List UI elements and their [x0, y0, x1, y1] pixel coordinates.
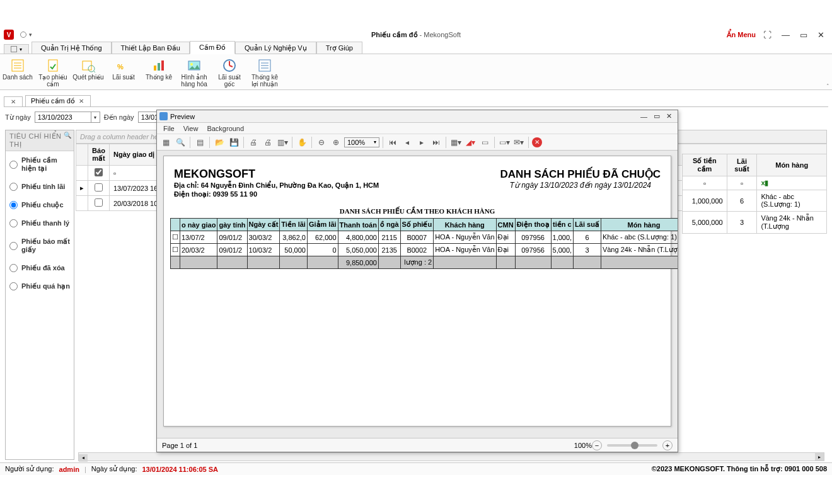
company-phone: Điện thoại: 0939 55 11 90	[174, 190, 379, 198]
page-setup-icon[interactable]: ▥▾	[276, 136, 289, 149]
ribbon-collapse-icon[interactable]: ˄	[826, 83, 829, 89]
zoom-slider[interactable]	[607, 444, 657, 447]
excel-icon[interactable]: x▮	[761, 179, 768, 186]
zoom-select[interactable]: 100%▾	[344, 137, 379, 147]
copyright-text: ©2023 MEKONGSOFT. Thông tin hỗ trợ: 0901…	[652, 465, 827, 473]
save-icon[interactable]: 💾	[228, 136, 240, 149]
tao-phieu-button[interactable]: Tạo phiếu cầm	[35, 56, 71, 88]
zoom-in-button[interactable]: +	[662, 440, 673, 450]
thumbnails-icon[interactable]: ▤	[194, 136, 206, 149]
document-map-icon[interactable]: ▦	[159, 136, 172, 149]
col-mon-hang[interactable]: Món hàng	[757, 154, 827, 176]
to-date-label: Đến ngày	[104, 113, 134, 122]
tab-cam-do[interactable]: Cầm Đồ	[190, 41, 235, 54]
print-icon[interactable]: 🖨	[247, 136, 260, 149]
sidebar-item-chuoc[interactable]: Phiếu chuộc	[6, 196, 74, 214]
search-icon[interactable]: 🔍	[64, 132, 72, 139]
ribbon: Danh sách Tạo phiếu cầm Quét phiếu %Lãi …	[0, 54, 832, 90]
table-row[interactable]: 1,000,0006Khác - abc (S.Lượng: 1)	[683, 190, 827, 212]
svg-line-7	[93, 71, 95, 72]
from-date-input[interactable]	[35, 112, 91, 123]
scroll-right-icon[interactable]: ▸	[815, 453, 824, 461]
menu-file[interactable]: File	[163, 125, 175, 132]
multi-page-icon[interactable]: ▦▾	[449, 136, 462, 149]
preview-icon	[159, 112, 168, 120]
tab-tro-giup[interactable]: Trợ Giúp	[316, 42, 362, 54]
preview-maximize-icon[interactable]: ▭	[650, 112, 663, 120]
zoom-in-icon[interactable]: ⊕	[330, 136, 342, 149]
first-page-icon[interactable]: ⏮	[386, 136, 399, 149]
company-address: Địa chỉ: 64 Nguyễn Đình Chiểu, Phường Đa…	[174, 181, 379, 190]
window-minimize-all-icon[interactable]: ⛶	[761, 30, 774, 40]
menu-background[interactable]: Background	[207, 125, 244, 132]
danh-sach-button[interactable]: Danh sách	[0, 56, 35, 88]
preview-toolbar: ▦ 🔍 ▤ 📂 💾 🖨 🖨 ▥▾ ✋ ⊖ ⊕ 100%▾ ⏮ ◂ ▸ ⏭ ▦▾ …	[157, 134, 678, 151]
open-icon[interactable]: 📂	[213, 136, 226, 149]
window-restore-icon[interactable]: ▭	[797, 30, 810, 40]
sidebar-item-qua-han[interactable]: Phiếu quá hạn	[6, 277, 74, 295]
hinh-anh-button[interactable]: Hình ảnh hàng hóa	[176, 56, 212, 88]
report-date-range: Từ ngày 13/10/2023 đến ngày 13/01/2024	[500, 181, 661, 190]
zoom-out-icon[interactable]: ⊖	[315, 136, 328, 149]
sidebar-item-thanh-ly[interactable]: Phiếu thanh lý	[6, 214, 74, 232]
doc-tab-empty[interactable]: ✕	[4, 96, 23, 106]
tab-quan-tri[interactable]: Quản Trị Hệ Thống	[32, 42, 112, 54]
close-preview-button[interactable]: ✕	[532, 137, 542, 147]
export-icon[interactable]: ▭▾	[498, 136, 511, 149]
lai-suat-button[interactable]: %Lãi suất	[106, 56, 141, 88]
search-icon[interactable]: 🔍	[174, 136, 187, 149]
app-logo: V	[4, 30, 14, 40]
date-value: 13/01/2024 11:06:05 SA	[142, 466, 218, 473]
svg-rect-11	[161, 60, 164, 71]
menu-view[interactable]: View	[183, 125, 199, 132]
col-bao-mat[interactable]: Báo mất	[88, 144, 110, 166]
zoom-percent: 100%	[574, 442, 592, 449]
col-lai-suat[interactable]: Lãi suất	[727, 154, 757, 176]
user-label: Người sử dụng:	[5, 465, 54, 473]
zoom-out-button[interactable]: −	[592, 440, 602, 450]
report-sum-row: 9,850,000lượng : 2	[171, 256, 678, 269]
report-row: ☐20/03/209/01/210/03/250,00005,050,00021…	[171, 244, 678, 256]
sidebar-item-tinh-lai[interactable]: Phiếu tính lãi	[6, 178, 74, 196]
dropdown-icon[interactable]: ▾	[91, 112, 100, 123]
table-row[interactable]: 5,000,0003Vàng 24k - Nhẫn (T.Lượng	[683, 212, 827, 234]
report-page: MEKONGSOFT Địa chỉ: 64 Nguyễn Đình Chiểu…	[163, 156, 671, 427]
scroll-left-icon[interactable]: ◂	[79, 454, 88, 462]
horizontal-scrollbar[interactable]: ◂ ▸	[78, 452, 824, 461]
sidebar-item-da-xoa[interactable]: Phiếu đã xóa	[6, 259, 74, 277]
quet-phieu-button[interactable]: Quét phiếu	[71, 56, 106, 88]
background-color-icon[interactable]: ◢▾	[464, 136, 477, 149]
thong-ke-loi-nhuan-button[interactable]: Thống kê lợi nhuận	[247, 56, 282, 88]
filter-row[interactable]: ▫▫x▮	[683, 176, 827, 190]
svg-rect-4	[49, 60, 57, 71]
file-tab[interactable]: ▾	[4, 44, 29, 54]
last-page-icon[interactable]: ⏭	[430, 136, 442, 149]
report-table: o này giaogày tínhNgày cấtTiền lãiGiảm l…	[170, 218, 678, 269]
lai-suat-goc-button[interactable]: Lãi suất gốc	[212, 56, 247, 88]
close-tab-icon[interactable]: ✕	[9, 98, 17, 105]
date-label: Ngày sử dụng:	[91, 465, 137, 473]
hand-tool-icon[interactable]: ✋	[296, 136, 308, 149]
close-tab-icon[interactable]: ✕	[78, 98, 85, 105]
svg-rect-9	[154, 66, 156, 71]
window-minimize-icon[interactable]: —	[779, 30, 792, 40]
thong-ke-button[interactable]: Thống kê	[141, 56, 176, 88]
sidebar-item-bao-mat[interactable]: Phiếu báo mất giấy	[6, 232, 74, 259]
document-tabs: ✕ Phiếu cầm đồ✕	[4, 94, 828, 107]
col-so-tien[interactable]: Số tiền cầm	[683, 154, 727, 176]
prev-page-icon[interactable]: ◂	[401, 136, 413, 149]
send-email-icon[interactable]: ✉▾	[512, 136, 525, 149]
sidebar-item-hien-tai[interactable]: Phiếu cầm hiện tại	[6, 151, 74, 178]
hide-menu-link[interactable]: Ẩn Menu	[727, 31, 756, 39]
doc-tab-phieu-cam-do[interactable]: Phiếu cầm đồ✕	[25, 95, 91, 106]
tab-thiet-lap[interactable]: Thiết Lập Ban Đầu	[112, 42, 190, 54]
tab-nghiep-vu[interactable]: Quản Lý Nghiệp Vụ	[235, 42, 316, 54]
next-page-icon[interactable]: ▸	[415, 136, 428, 149]
window-close-icon[interactable]: ✕	[815, 30, 827, 40]
preview-statusbar: Page 1 of 1 100% − +	[157, 438, 678, 452]
preview-minimize-icon[interactable]: —	[637, 113, 650, 120]
quick-print-icon[interactable]: 🖨	[262, 136, 274, 149]
watermark-icon[interactable]: ▭	[478, 136, 491, 149]
sidebar-filters: TIÊU CHÍ HIỂN THỊ🔍 Phiếu cầm hiện tại Ph…	[5, 130, 74, 460]
preview-close-icon[interactable]: ✕	[663, 112, 675, 120]
